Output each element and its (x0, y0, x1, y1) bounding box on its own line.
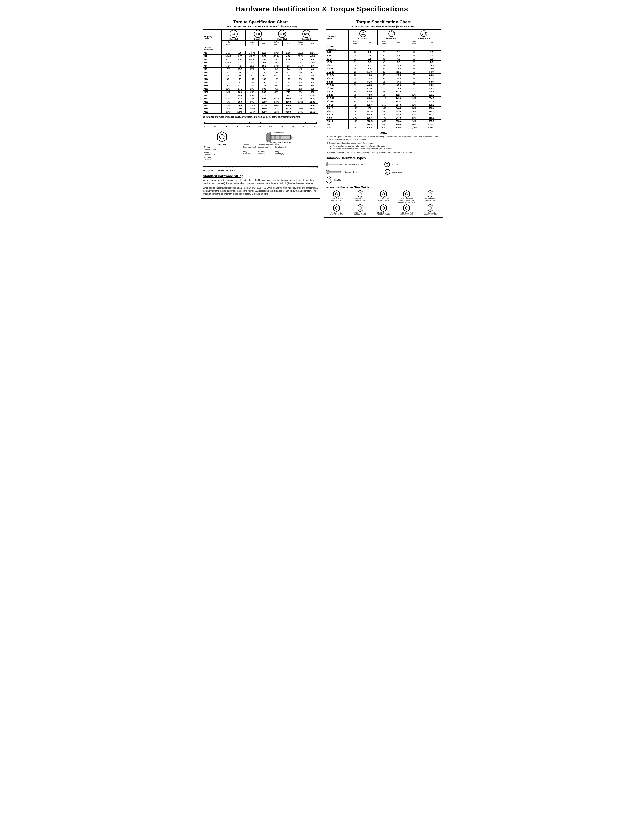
left-table-cell: 5150 (307, 110, 319, 114)
left-table-cell: 60.96 (246, 58, 258, 61)
svg-marker-55 (341, 171, 342, 172)
left-size-cell: M22 (203, 91, 222, 94)
svg-marker-2 (267, 132, 270, 142)
left-table-cell: 5.2 (222, 64, 234, 68)
left-size-cell: M33 (203, 104, 222, 107)
right-table-cell: 35 (348, 87, 362, 90)
right-table-cell: 660 (406, 120, 422, 123)
lockwasher-item: Lockwasher (384, 169, 441, 175)
left-table-cell: 88 (234, 81, 246, 84)
right-table-cell: 149.6 (422, 90, 441, 93)
left-table-cell: 1340 (234, 110, 246, 114)
left-table-cell: 1830 (258, 104, 270, 107)
right-table-cell: 68.0 (391, 84, 406, 87)
left-table-cell: 67 (283, 71, 294, 74)
half-diagrams: Nut, 1/2-16 Screw, 1/2- 16 x 2 (203, 169, 319, 172)
washer-item: Washer (384, 161, 441, 167)
notes-title: NOTES (325, 132, 441, 134)
left-size-cell: M16 (203, 81, 222, 84)
right-table-cell: 544.0 (391, 116, 406, 120)
table-row: 7/8-9140190.4400544.0600816.0 (326, 116, 441, 120)
right-table-cell: 15.0 (362, 71, 377, 74)
notes-list: These torque values are to be used for a… (325, 135, 441, 154)
table-row: M122636618386.2117103140 (203, 74, 319, 77)
lockwasher-label: Lockwasher (392, 171, 402, 173)
sae-grade2-header: NoMarks SAE Grade 2 (348, 29, 377, 40)
right-table-cell: 870.4 (391, 126, 406, 130)
wrench-item-2: 5/16" Bolt or NutWrench—1/2" (349, 190, 371, 203)
table-row: 9/16-1875102.0120163.2170231.2 (326, 100, 441, 103)
right-table-cell: 88.4 (362, 96, 377, 100)
left-table-cell: 48 (258, 71, 270, 74)
right-table-cell: 61.2 (422, 77, 441, 80)
inch-ruler-area: 0 1/4 1/2 3/4 1 1/4 1/2 3/4 2 1/4 1/2 3/… (203, 162, 319, 168)
left-table-cell: 59 (294, 71, 307, 74)
svg-point-66 (405, 193, 408, 195)
left-table-cell: 3310 (283, 107, 294, 110)
left-table-cell: 1900 (283, 100, 294, 104)
left-table-cell: 10.5 (234, 68, 246, 71)
right-table-cell: 80 (406, 87, 422, 90)
left-table-cell: 126 (222, 87, 234, 91)
left-table-cell: 13.44 (246, 51, 258, 55)
right-table-cell: 163.2 (391, 100, 406, 103)
left-table-cell: 840 (294, 94, 307, 97)
left-table-cell: 101 (246, 77, 258, 81)
svg-marker-13 (291, 135, 293, 139)
left-table-cell: 64 (222, 81, 234, 84)
screw-m8-labels: ThreadDiameter (mm)BodyDiameter Distance… (243, 144, 319, 155)
left-table-cell: 169 (222, 91, 234, 94)
left-table-cell: 19.9 (294, 64, 307, 68)
left-table-cell: 4280 (283, 110, 294, 114)
left-torque-table: PropertyClass 5.6 Class 5.6 8.8 Class 8.… (203, 29, 319, 114)
svg-point-76 (405, 207, 408, 209)
right-table-cell: 45 (406, 77, 422, 80)
right-table-cell: 10 (377, 67, 391, 71)
left-table-cell: 14 (283, 61, 294, 64)
right-table-cell: 7.7 (422, 61, 441, 64)
left-table-cell: 27 (307, 64, 319, 68)
left-table-cell: 390 (283, 84, 294, 87)
right-table-cell: 50 (406, 80, 422, 84)
left-table-cell: 30.72 (246, 55, 258, 58)
wrench-item-m14: M14 Bolt or NutWrench—22 mm (419, 204, 441, 215)
left-table-cell: 3163 (270, 110, 283, 114)
left-table-cell: 15 (222, 71, 234, 74)
right-table-cell: 160 (348, 110, 362, 113)
hex-nut-item: Hex Nut (325, 177, 383, 183)
svg-line-21 (393, 34, 394, 35)
standard-sizing-para1: When a washer or nut is identified as 1/… (203, 179, 319, 185)
left-table-cell: 36 (234, 74, 246, 77)
right-table-cell: 571.2 (422, 113, 441, 116)
right-table-cell: 788.8 (391, 123, 406, 126)
left-size-cell: M39 (203, 110, 222, 114)
left-table-cell: 550 (283, 87, 294, 91)
left-table-cell: 890 (307, 91, 319, 94)
right-table-cell: 2.3 (362, 54, 377, 57)
left-size-cell: M6 (203, 61, 222, 64)
left-size-cell: M10 (203, 71, 222, 74)
right-table-cell: 16.3 (422, 64, 441, 67)
right-table-cell: 816.0 (422, 116, 441, 120)
col-88-nm: Nm. (258, 41, 270, 46)
left-size-cell: M20 (203, 87, 222, 91)
left-table-cell: 9.7 (307, 58, 319, 61)
right-table-cell: 299.2 (362, 123, 377, 126)
left-table-cell: 21 (234, 71, 246, 74)
right-table-cell: 12 (406, 64, 422, 67)
property-class-header: PropertyClass (203, 29, 222, 46)
right-table-cell: 90 (348, 103, 362, 106)
carriage-bolt-label: Carriage Bolt (345, 171, 357, 173)
left-table-cell: 287 (270, 84, 283, 87)
table-row: M35.88.5613.441.2819.21.8022.922.15 (203, 51, 319, 55)
right-table-cell: 35 (377, 80, 391, 84)
left-table-cell: 530 (258, 91, 270, 94)
table-row: 3/4-16180244.8300408.0420571.2 (326, 113, 441, 116)
right-size-header: Size OfHardware (326, 45, 349, 51)
left-table-cell: 1401 (270, 100, 283, 104)
left-table-cell: 217 (222, 94, 234, 97)
left-table-cell: 83 (258, 74, 270, 77)
table-row: M33590800134918301902258022783090 (203, 104, 319, 107)
left-table-cell: 1680 (307, 97, 319, 100)
left-table-cell: 3090 (307, 104, 319, 107)
